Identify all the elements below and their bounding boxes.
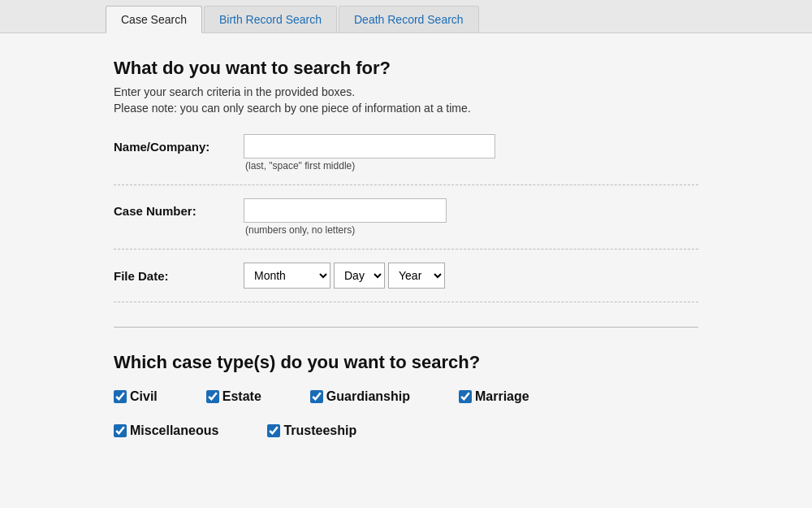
case-type-section: Which case type(s) do you want to search… <box>114 352 698 438</box>
section-divider <box>114 327 698 328</box>
guardianship-label: Guardianship <box>326 389 410 404</box>
checkboxes-row-1: Civil Estate Guardianship Marriage <box>114 389 698 404</box>
name-row: Name/Company: (last, "space" first middl… <box>114 134 698 172</box>
case-number-divider <box>114 249 698 250</box>
case-number-row-inner: Case Number: <box>114 198 698 223</box>
civil-checkbox[interactable] <box>114 390 127 403</box>
case-number-input[interactable] <box>244 198 447 223</box>
name-hint: (last, "space" first middle) <box>245 160 355 172</box>
file-date-row: File Date: Month JanuaryFebruaryMarch Ap… <box>114 263 698 289</box>
tab-case-search[interactable]: Case Search <box>106 6 202 33</box>
checkbox-trusteeship: Trusteeship <box>267 423 356 438</box>
form-area: Name/Company: (last, "space" first middl… <box>114 134 698 302</box>
trusteeship-checkbox[interactable] <box>267 424 280 437</box>
name-label: Name/Company: <box>114 140 244 154</box>
search-desc2: Please note: you can only search by one … <box>114 102 698 115</box>
search-section: What do you want to search for? Enter yo… <box>114 58 698 302</box>
day-select[interactable]: Day 12345 678910 1112131415 1617181920 2… <box>334 263 385 289</box>
file-date-label: File Date: <box>114 269 244 283</box>
search-title: What do you want to search for? <box>114 58 698 79</box>
name-divider <box>114 185 698 185</box>
main-content: What do you want to search for? Enter yo… <box>0 33 812 508</box>
marriage-checkbox[interactable] <box>459 390 472 403</box>
date-selects: Month JanuaryFebruaryMarch AprilMayJune … <box>244 263 445 289</box>
search-desc1: Enter your search criteria in the provid… <box>114 85 698 98</box>
tab-birth-record-search[interactable]: Birth Record Search <box>204 6 337 33</box>
name-row-inner: Name/Company: <box>114 134 698 158</box>
file-date-row-inner: File Date: Month JanuaryFebruaryMarch Ap… <box>114 263 698 289</box>
miscellaneous-label: Miscellaneous <box>130 423 218 438</box>
checkbox-miscellaneous: Miscellaneous <box>114 423 218 438</box>
checkbox-civil: Civil <box>114 389 158 404</box>
checkbox-guardianship: Guardianship <box>310 389 410 404</box>
marriage-label: Marriage <box>475 389 529 404</box>
tabs-bar: Case Search Birth Record Search Death Re… <box>0 0 812 33</box>
tab-death-record-search[interactable]: Death Record Search <box>339 6 479 33</box>
case-number-row: Case Number: (numbers only, no letters) <box>114 198 698 236</box>
guardianship-checkbox[interactable] <box>310 390 323 403</box>
miscellaneous-checkbox[interactable] <box>114 424 127 437</box>
name-input[interactable] <box>244 134 495 158</box>
case-type-title: Which case type(s) do you want to search… <box>114 352 698 373</box>
civil-label: Civil <box>130 389 158 404</box>
checkbox-marriage: Marriage <box>459 389 529 404</box>
checkbox-estate: Estate <box>206 389 261 404</box>
checkboxes-row-2: Miscellaneous Trusteeship <box>114 423 698 438</box>
case-number-label: Case Number: <box>114 204 244 218</box>
estate-checkbox[interactable] <box>206 390 219 403</box>
case-number-hint: (numbers only, no letters) <box>245 224 355 236</box>
year-select[interactable]: Year 2024202320222021 2020201920182017 2… <box>388 263 445 289</box>
file-date-divider <box>114 302 698 302</box>
estate-label: Estate <box>222 389 261 404</box>
trusteeship-label: Trusteeship <box>283 423 356 438</box>
month-select[interactable]: Month JanuaryFebruaryMarch AprilMayJune … <box>244 263 330 289</box>
